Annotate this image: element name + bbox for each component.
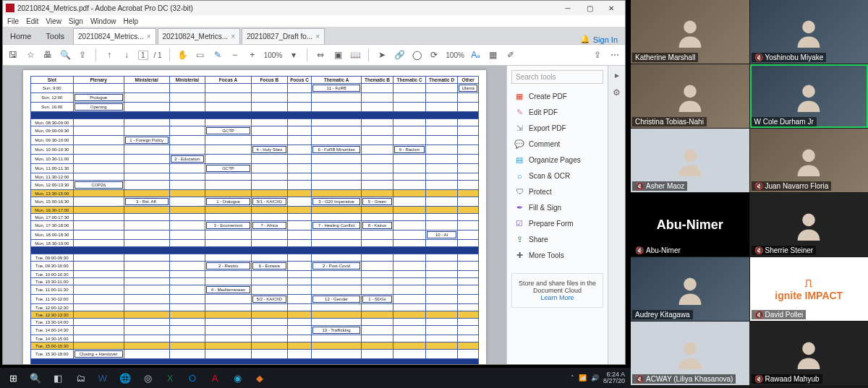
link-icon[interactable]: 🔗 — [393, 49, 405, 61]
taskbar-app-outlook[interactable]: O — [182, 369, 203, 387]
sign-in-button[interactable]: 🔔 Sign In — [573, 35, 625, 44]
tool-item[interactable]: ⇪Share — [507, 231, 608, 247]
select-tool-icon[interactable]: ▭ — [195, 49, 206, 61]
tool-item[interactable]: ✒Fill & Sign — [507, 199, 608, 215]
tool-item[interactable]: ⌕Scan & OCR — [507, 168, 608, 184]
tool-item[interactable]: ☑Prepare Form — [507, 215, 608, 231]
tray-chevron-icon[interactable]: ˄ — [571, 374, 574, 381]
read-mode-icon[interactable]: 📖 — [349, 49, 361, 61]
minimize-button[interactable]: ─ — [557, 1, 579, 15]
taskbar-clock[interactable]: 6:24 A 8/27/20 — [603, 371, 625, 384]
participant-tile[interactable]: Christina Tobias-Nahi — [631, 64, 749, 128]
crop-icon[interactable]: ◯ — [411, 49, 422, 61]
close-tab-icon[interactable]: × — [315, 33, 320, 40]
tool-item[interactable]: 🛡Protect — [507, 184, 608, 199]
menu-edit[interactable]: Edit — [26, 17, 38, 25]
participant-tile[interactable]: ⎍ignite IMPACT🔇David Pollei — [750, 257, 869, 321]
tool-item-label: Organize Pages — [529, 156, 581, 164]
ab-icon[interactable]: Aₐ — [470, 49, 482, 61]
schedule-header: Other — [458, 77, 479, 84]
participant-tile[interactable]: Abu-Nimer🔇Abu-Nimer — [631, 193, 749, 256]
page-down-icon[interactable]: ↓ — [121, 49, 132, 61]
schedule-row: Mon, 17:30-18:003 - Ecumenism7 - Africa7… — [31, 221, 479, 230]
participant-tile[interactable]: Audrey Kitagawa — [631, 257, 749, 321]
tool-item[interactable]: ▤Organize Pages — [507, 152, 608, 168]
document-tab[interactable]: 20210824_Metrics...× — [158, 28, 240, 44]
rotate-icon[interactable]: ⟳ — [428, 49, 440, 61]
participant-tile[interactable]: 🔇Rawaad Mahyub — [750, 322, 869, 385]
tool-item[interactable]: 💬Comment — [507, 136, 608, 152]
taskbar-app-zoom[interactable]: ◆ — [250, 369, 270, 387]
comment-icon: 💬 — [514, 139, 524, 149]
tab-home[interactable]: Home — [3, 28, 38, 44]
cloud-learn-more-link[interactable]: Learn More — [540, 294, 574, 301]
zoom-out-icon[interactable]: − — [229, 49, 241, 61]
tool-item[interactable]: ✚More Tools — [507, 247, 608, 263]
print-icon[interactable]: 🖶 — [42, 49, 54, 61]
document-tab[interactable]: 20210824_Metrics...× — [73, 28, 156, 44]
edit-tool-icon[interactable]: ✎ — [212, 49, 224, 61]
participant-tile[interactable]: 🔇Juan Navarro Floria — [750, 129, 869, 192]
taskbar-app-excel[interactable]: X — [160, 369, 180, 387]
taskbar-app-word[interactable]: W — [93, 369, 113, 387]
tray-volume-icon[interactable]: 🔊 — [591, 374, 599, 381]
page-number-field[interactable]: 1 — [138, 51, 148, 60]
tool-item[interactable]: ⇲Export PDF — [507, 120, 608, 136]
export-pdf-icon: ⇲ — [514, 123, 524, 133]
star-icon[interactable]: ☆ — [25, 49, 36, 61]
schedule-cell: 4 - Holy Sites — [252, 146, 286, 153]
document-tab[interactable]: 20210827_Draft fo...× — [242, 28, 325, 44]
maximize-button[interactable]: ▢ — [579, 1, 600, 15]
taskbar-app-edge[interactable]: 🌐 — [115, 369, 135, 387]
fit-page-icon[interactable]: ▣ — [332, 49, 344, 61]
participant-tile[interactable]: 🔇Sherrie Steiner — [750, 193, 869, 256]
participant-tile[interactable]: W Cole Durham Jr — [750, 64, 869, 128]
tray-network-icon[interactable]: 📶 — [579, 374, 587, 381]
more-icon[interactable]: ⋯ — [609, 49, 621, 61]
rail-gear-icon[interactable]: ⚙ — [613, 87, 621, 98]
search-icon[interactable]: 🔍 — [59, 49, 71, 61]
grid-icon[interactable]: ▦ — [488, 49, 499, 61]
taskbar-app-explorer[interactable]: 🗂 — [70, 369, 90, 387]
menu-file[interactable]: File — [7, 17, 19, 25]
tools-search-input[interactable]: Search tools — [511, 70, 603, 84]
schedule-cell: 2 - Post-Covid — [312, 262, 359, 270]
menu-window[interactable]: Window — [90, 17, 116, 25]
menu-sign[interactable]: Sign — [69, 17, 83, 25]
participant-tile[interactable]: 🔇Asher Maoz — [631, 129, 749, 192]
annotate-icon[interactable]: ✐ — [505, 49, 516, 61]
chevron-down-icon[interactable]: ▾ — [288, 49, 299, 61]
close-button[interactable]: ✕ — [600, 1, 622, 15]
taskbar-search-icon[interactable]: 🔍 — [25, 369, 46, 387]
svg-point-9 — [802, 342, 815, 355]
menu-view[interactable]: View — [46, 17, 61, 25]
schedule-header: Ministerial — [124, 77, 169, 84]
page-up-icon[interactable]: ↑ — [103, 49, 115, 61]
tool-item[interactable]: ▦Create PDF — [507, 88, 608, 104]
zoom-in-icon[interactable]: + — [247, 49, 258, 61]
taskbar-app-acrobat[interactable]: A — [205, 369, 225, 387]
pointer-icon[interactable]: ➤ — [376, 49, 388, 61]
document-view[interactable]: SlotPlenaryMinisterialMinisterialFocus A… — [3, 66, 506, 364]
participant-tile[interactable]: Katherine Marshall — [631, 0, 749, 64]
fit-width-icon[interactable]: ⇔ — [315, 49, 326, 61]
save-icon[interactable]: 🖫 — [7, 49, 19, 61]
close-tab-icon[interactable]: × — [231, 33, 235, 40]
task-view-icon[interactable]: ◧ — [48, 369, 68, 387]
tab-tools[interactable]: Tools — [38, 28, 72, 44]
share-arrow-icon[interactable]: ⇪ — [77, 49, 88, 61]
zoom-level-field[interactable]: 100% — [264, 51, 283, 59]
hand-tool-icon[interactable]: ✋ — [177, 49, 189, 61]
schedule-cell: 4 - Mediterranean — [206, 286, 250, 293]
participant-tile[interactable]: 🔇ACWAY (Liliya Khasanova) — [631, 322, 749, 385]
start-button[interactable]: ⊞ — [3, 369, 23, 387]
share-toolbar-icon[interactable]: ⇪ — [592, 49, 603, 61]
taskbar-app-browser[interactable]: ◉ — [227, 369, 247, 387]
close-tab-icon[interactable]: × — [147, 33, 151, 40]
participant-tile[interactable]: 🔇Yoshinobu Miyake — [750, 0, 869, 64]
menu-help[interactable]: Help — [123, 17, 138, 25]
schedule-row: Mon, 12:00-13:30COP26 — [31, 181, 479, 190]
tool-item[interactable]: ✎Edit PDF — [507, 104, 608, 120]
taskbar-app-chrome[interactable]: ◎ — [137, 369, 158, 387]
rail-collapse-icon[interactable]: ▸ — [615, 70, 619, 80]
